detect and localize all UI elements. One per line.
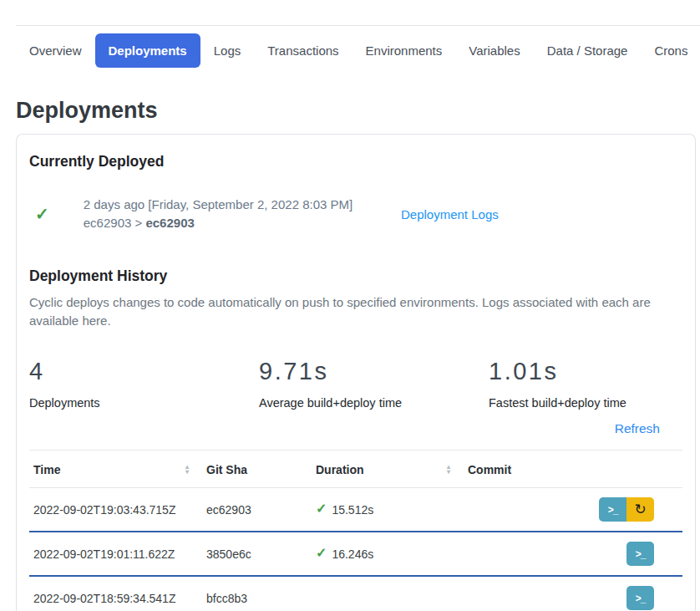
deployed-sha-prefix: ec62903 > xyxy=(84,216,146,230)
app-tab-bar: Overview Deployments Logs Transactions E… xyxy=(0,26,700,76)
cell-actions: >_ xyxy=(560,542,682,566)
redeploy-button[interactable]: ↻ xyxy=(626,497,654,522)
sort-icon[interactable]: ▴▾ xyxy=(447,465,450,475)
cell-gitsha: ec62903 xyxy=(202,503,312,517)
column-header-gitsha[interactable]: Git Sha xyxy=(202,463,312,476)
stat-deployments: 4 Deployments xyxy=(29,357,259,410)
deployment-logs-link[interactable]: Deployment Logs xyxy=(401,207,499,221)
stat-fastest-time: 1.01s Fastest build+deploy time xyxy=(489,357,626,410)
deployment-history-heading: Deployment History xyxy=(29,267,682,285)
cell-gitsha: 3850e6c xyxy=(202,547,312,561)
cell-gitsha: bfcc8b3 xyxy=(202,592,312,605)
cell-time: 2022-09-02T19:01:11.622Z xyxy=(29,547,202,561)
tab-overview[interactable]: Overview xyxy=(16,33,95,68)
check-icon: ✓ xyxy=(35,204,49,224)
column-header-commit[interactable]: Commit xyxy=(464,463,560,476)
table-row: 2022-09-02T18:59:34.541Z bfcc8b3 >_ xyxy=(29,577,682,611)
page-title: Deployments xyxy=(16,96,700,125)
duration-value: 15.512s xyxy=(332,503,373,517)
cell-time: 2022-09-02T18:59:34.541Z xyxy=(29,592,202,605)
stat-deployments-value: 4 xyxy=(29,357,259,385)
check-icon: ✓ xyxy=(316,545,327,561)
stat-average-time-value: 9.71s xyxy=(259,357,489,385)
tab-transactions[interactable]: Transactions xyxy=(254,33,352,68)
deployed-sha: ec62903 > ec62903 xyxy=(84,214,353,232)
column-header-time-label: Time xyxy=(33,463,60,476)
tab-variables[interactable]: Variables xyxy=(455,33,533,68)
tab-logs[interactable]: Logs xyxy=(200,33,255,68)
column-header-time[interactable]: Time ▴▾ xyxy=(29,463,202,476)
cell-actions: >_ xyxy=(560,586,682,610)
tab-data-storage[interactable]: Data / Storage xyxy=(534,33,642,68)
currently-deployed-heading: Currently Deployed xyxy=(29,153,682,171)
tab-crons[interactable]: Crons xyxy=(641,33,700,68)
tab-environments[interactable]: Environments xyxy=(353,33,456,68)
column-header-duration-label: Duration xyxy=(316,463,364,476)
currently-deployed-row: ✓ 2 days ago [Friday, September 2, 2022 … xyxy=(29,196,682,232)
table-header-row: Time ▴▾ Git Sha Duration ▴▾ Commit xyxy=(29,451,682,488)
cell-duration: ✓ 16.246s xyxy=(312,545,464,563)
stats-row: 4 Deployments 9.71s Average build+deploy… xyxy=(29,357,682,410)
cell-time: 2022-09-02T19:03:43.715Z xyxy=(29,503,202,517)
cell-duration: ✓ 15.512s xyxy=(312,501,464,519)
tab-deployments[interactable]: Deployments xyxy=(95,33,200,68)
cell-actions: >_ ↻ xyxy=(560,497,682,522)
check-icon: ✓ xyxy=(316,501,327,517)
build-logs-terminal-button[interactable]: >_ xyxy=(626,542,654,566)
deployed-time: 2 days ago [Friday, September 2, 2022 8:… xyxy=(84,196,353,214)
column-header-gitsha-label: Git Sha xyxy=(206,463,247,476)
build-logs-terminal-button[interactable]: >_ xyxy=(626,586,654,610)
stat-deployments-label: Deployments xyxy=(29,396,259,410)
top-spacer xyxy=(0,0,700,25)
column-header-commit-label: Commit xyxy=(468,463,511,476)
column-header-duration[interactable]: Duration ▴▾ xyxy=(312,463,464,476)
duration-value: 16.246s xyxy=(332,547,373,561)
action-button-group: >_ ↻ xyxy=(599,497,654,522)
stat-average-time-label: Average build+deploy time xyxy=(259,396,489,410)
table-row: 2022-09-02T19:03:43.715Z ec62903 ✓ 15.51… xyxy=(29,488,682,532)
deployments-table: Time ▴▾ Git Sha Duration ▴▾ Commit 2022-… xyxy=(29,450,682,611)
refresh-link[interactable]: Refresh xyxy=(615,421,660,435)
deployed-sha-current: ec62903 xyxy=(145,216,194,230)
sort-icon[interactable]: ▴▾ xyxy=(185,465,189,475)
deployed-meta: 2 days ago [Friday, September 2, 2022 8:… xyxy=(84,196,353,232)
deployment-history-description: Cyclic deploys changes to code automatic… xyxy=(29,293,679,330)
table-row: 2022-09-02T19:01:11.622Z 3850e6c ✓ 16.24… xyxy=(29,532,682,577)
refresh-wrap: Refresh xyxy=(29,421,682,436)
build-logs-terminal-button[interactable]: >_ xyxy=(599,497,626,522)
stat-average-time: 9.71s Average build+deploy time xyxy=(259,357,489,410)
deployments-card: Currently Deployed ✓ 2 days ago [Friday,… xyxy=(16,134,696,611)
stat-fastest-time-value: 1.01s xyxy=(489,357,626,385)
stat-fastest-time-label: Fastest build+deploy time xyxy=(489,396,626,410)
